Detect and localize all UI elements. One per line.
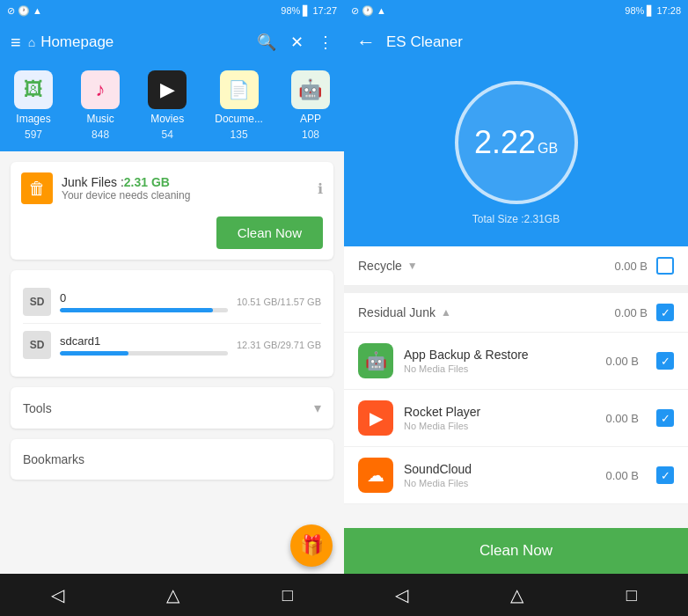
toolbar-left: ≡ ⌂ Homepage 🔍 ✕ ⋮ — [0, 21, 344, 63]
category-music[interactable]: ♪ Music 848 — [81, 70, 120, 141]
storage-name-0: 0 — [60, 291, 228, 304]
category-images[interactable]: 🖼 Images 597 — [14, 70, 53, 141]
music-count: 848 — [91, 128, 109, 141]
info-icon: ℹ — [318, 180, 323, 197]
gauge-value: 2.22 — [474, 124, 536, 161]
status-right-right-info: 98% ▋ 17:28 — [625, 5, 681, 17]
bookmarks-card[interactable]: Bookmarks — [11, 439, 333, 480]
recycle-title: Recycle ▼ — [358, 259, 614, 273]
toolbar-actions: 🔍 ✕ ⋮ — [257, 33, 333, 52]
trash-icon: 🗑 — [21, 172, 53, 204]
nav-home-left[interactable]: △ — [166, 584, 179, 605]
tools-card[interactable]: Tools ▾ — [11, 387, 333, 429]
nav-back-right[interactable]: ◁ — [395, 584, 408, 605]
backup-app-media: No Media Files — [404, 363, 605, 374]
cleaner-hero: 2.22 GB Total Size :2.31GB — [344, 63, 688, 246]
nav-bar-left: ◁ △ □ — [0, 574, 344, 616]
documents-icon: 📄 — [220, 70, 259, 109]
storage-card: SD 0 10.51 GB/11.57 GB SD sdcard1 — [11, 270, 333, 377]
category-app[interactable]: 🤖 APP 108 — [291, 70, 330, 141]
residual-checkbox[interactable] — [656, 304, 674, 321]
chevron-down-icon: ▾ — [314, 400, 321, 416]
images-count: 597 — [25, 128, 42, 141]
documents-count: 135 — [231, 128, 248, 141]
rocket-app-icon: ▶ — [358, 400, 393, 436]
app-title: ES Cleaner — [386, 33, 463, 51]
clean-now-button-left[interactable]: Clean Now — [216, 216, 323, 249]
storage-name-1: sdcard1 — [60, 334, 228, 348]
app-label: APP — [300, 113, 321, 125]
backup-app-name: App Backup & Restore — [404, 348, 605, 362]
category-documents[interactable]: 📄 Docume... 135 — [215, 70, 263, 141]
page-title-left: ⌂ Homepage — [28, 33, 250, 51]
rocket-checkbox[interactable] — [656, 409, 674, 427]
gauge-value-row: 2.22 GB — [474, 124, 558, 161]
junk-info: Junk Files :2.31 GB Your device needs cl… — [62, 175, 190, 202]
status-right-info: 98% ▋ 17:27 — [281, 5, 337, 17]
residual-title: Residual Junk ▲ — [358, 305, 614, 319]
music-label: Music — [86, 113, 113, 125]
clean-now-button-right[interactable]: Clean Now — [344, 528, 688, 574]
more-icon[interactable]: ⋮ — [318, 33, 333, 52]
nav-home-right[interactable]: △ — [510, 584, 523, 605]
rocket-app-media: No Media Files — [404, 421, 605, 431]
storage-size-0: 10.51 GB/11.57 GB — [237, 297, 321, 307]
nav-bar-right: ◁ △ □ — [344, 574, 688, 616]
storage-bar-track-0 — [60, 308, 228, 312]
back-button[interactable]: ← — [356, 31, 376, 54]
sd-icon-1: SD — [23, 331, 51, 359]
gauge-unit: GB — [538, 141, 558, 157]
junk-header: 🗑 Junk Files :2.31 GB Your device needs … — [21, 172, 323, 204]
storage-bar-track-1 — [60, 351, 228, 356]
nav-back-left[interactable]: ◁ — [51, 584, 64, 605]
sd-icon-0: SD — [23, 288, 51, 316]
tools-label: Tools — [23, 401, 52, 415]
junk-size: 2.31 GB — [124, 175, 170, 189]
movies-icon: ▶ — [148, 70, 187, 109]
storage-info-0: 0 — [60, 291, 228, 312]
menu-icon[interactable]: ≡ — [11, 33, 21, 53]
fab-button[interactable]: 🎁 — [290, 524, 333, 567]
total-size-label: Total Size :2.31GB — [472, 213, 560, 225]
residual-size: 0.00 B — [614, 306, 648, 319]
bookmarks-label: Bookmarks — [23, 452, 84, 466]
category-movies[interactable]: ▶ Movies 54 — [148, 70, 187, 141]
home-icon: ⌂ — [28, 35, 35, 49]
app-item-rocket: ▶ Rocket Player No Media Files 0.00 B — [344, 390, 688, 447]
residual-section-header[interactable]: Residual Junk ▲ 0.00 B — [344, 286, 688, 333]
status-bar-right: ⊘ 🕐 ▲ 98% ▋ 17:28 — [344, 0, 688, 21]
backup-app-info: App Backup & Restore No Media Files — [404, 348, 605, 374]
storage-bar-fill-1 — [60, 351, 128, 356]
storage-bar-fill-0 — [60, 308, 213, 312]
app-count: 108 — [302, 128, 319, 141]
app-icon: 🤖 — [291, 70, 330, 109]
storage-info-1: sdcard1 — [60, 334, 228, 356]
recycle-checkbox[interactable] — [656, 257, 674, 275]
gauge-circle: 2.22 GB — [455, 81, 578, 204]
recycle-size: 0.00 B — [614, 260, 648, 273]
toolbar-right: ← ES Cleaner — [344, 21, 688, 63]
close-icon[interactable]: ✕ — [290, 33, 304, 52]
search-icon[interactable]: 🔍 — [257, 33, 276, 52]
sound-app-icon: ☁ — [358, 458, 393, 493]
backup-checkbox[interactable] — [656, 352, 674, 370]
status-left-icons: ⊘ 🕐 ▲ — [7, 5, 42, 17]
status-right-left-icons: ⊘ 🕐 ▲ — [351, 5, 386, 17]
recycle-section-header[interactable]: Recycle ▼ 0.00 B — [344, 246, 688, 286]
app-item-backup: 🤖 App Backup & Restore No Media Files 0.… — [344, 333, 688, 390]
nav-square-right[interactable]: □ — [626, 585, 637, 605]
sound-app-name: SoundCloud — [404, 462, 605, 476]
cleaner-list: Recycle ▼ 0.00 B Residual Junk ▲ 0.00 B … — [344, 246, 688, 528]
file-categories: 🖼 Images 597 ♪ Music 848 ▶ Movies 54 📄 D… — [0, 63, 344, 151]
rocket-app-size: 0.00 B — [605, 412, 639, 425]
right-panel: ⊘ 🕐 ▲ 98% ▋ 17:28 ← ES Cleaner 2.22 GB T… — [344, 0, 688, 616]
movies-label: Movies — [150, 113, 184, 125]
nav-square-left[interactable]: □ — [282, 585, 293, 605]
storage-size-1: 12.31 GB/29.71 GB — [237, 340, 321, 350]
app-item-soundcloud: ☁ SoundCloud No Media Files 0.00 B — [344, 447, 688, 504]
residual-chevron-icon: ▲ — [441, 306, 451, 319]
sound-checkbox[interactable] — [656, 466, 674, 484]
rocket-app-name: Rocket Player — [404, 405, 605, 419]
sound-app-size: 0.00 B — [605, 469, 639, 482]
music-icon: ♪ — [81, 70, 120, 109]
